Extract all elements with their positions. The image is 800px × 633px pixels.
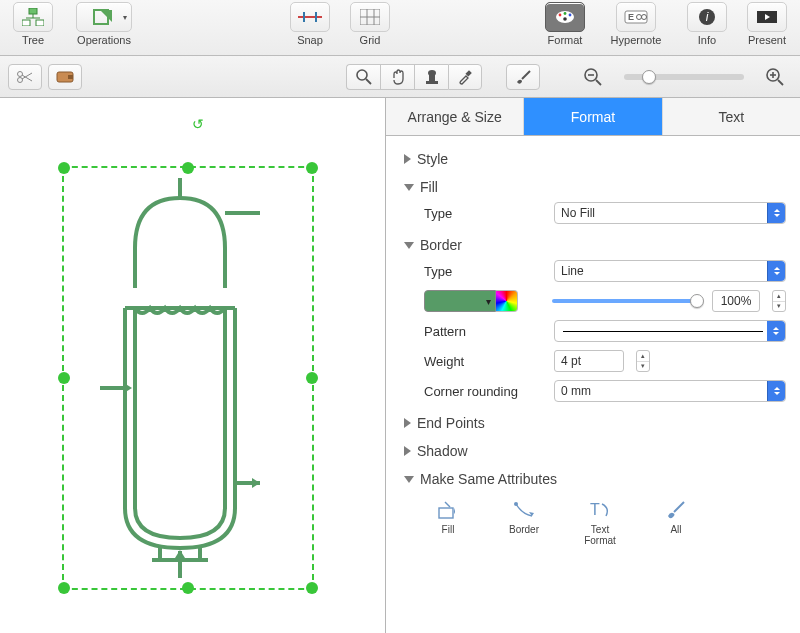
svg-rect-4 xyxy=(36,20,44,26)
format-toolbar-label: Format xyxy=(548,34,583,46)
svg-line-62 xyxy=(674,502,684,512)
triangle-right-icon xyxy=(404,446,411,456)
svg-line-45 xyxy=(778,80,783,85)
section-endpoints[interactable]: End Points xyxy=(404,412,786,434)
svg-marker-55 xyxy=(252,478,260,488)
present-label: Present xyxy=(748,34,786,46)
hand-tool[interactable] xyxy=(380,64,414,90)
border-color-picker[interactable]: ▾ xyxy=(424,290,518,312)
operations-label: Operations xyxy=(77,34,131,46)
brush-icon xyxy=(662,498,690,522)
tab-format[interactable]: Format xyxy=(524,98,662,135)
pen-icon xyxy=(510,498,538,522)
pattern-dropdown[interactable] xyxy=(554,320,786,342)
tab-arrange-size[interactable]: Arrange & Size xyxy=(386,98,524,135)
svg-line-41 xyxy=(596,80,601,85)
opacity-stepper[interactable]: ▴▾ xyxy=(772,290,786,312)
border-type-dropdown[interactable]: Line xyxy=(554,260,786,282)
snap-button[interactable]: Snap xyxy=(285,2,335,46)
section-shadow[interactable]: Shadow xyxy=(404,440,786,462)
svg-marker-57 xyxy=(175,550,185,558)
present-button[interactable]: Present xyxy=(742,2,792,46)
svg-point-17 xyxy=(563,17,567,21)
border-opacity-value[interactable]: 100% xyxy=(712,290,760,312)
section-make-same[interactable]: Make Same Attributes xyxy=(404,468,786,490)
svg-point-15 xyxy=(564,12,567,15)
canvas-tools xyxy=(346,64,482,90)
corner-dropdown[interactable]: 0 mm xyxy=(554,380,786,402)
border-opacity-slider[interactable] xyxy=(552,299,702,303)
weight-stepper[interactable]: ▴▾ xyxy=(636,350,650,372)
snap-label: Snap xyxy=(297,34,323,46)
pattern-label: Pattern xyxy=(424,324,544,339)
make-same-all[interactable]: All xyxy=(652,498,700,546)
selection-handle[interactable] xyxy=(182,582,194,594)
inspector-panel: Arrange & Size Format Text Style Fill Ty… xyxy=(386,98,800,633)
scissors-button[interactable] xyxy=(8,64,42,90)
canvas[interactable]: ↺ xyxy=(0,98,386,633)
eyedropper-tool[interactable] xyxy=(448,64,482,90)
grid-button[interactable]: Grid xyxy=(345,2,395,46)
make-same-fill[interactable]: Fill xyxy=(424,498,472,546)
svg-point-16 xyxy=(569,14,572,17)
fill-type-dropdown[interactable]: No Fill xyxy=(554,202,786,224)
selection-handle[interactable] xyxy=(306,582,318,594)
svg-marker-53 xyxy=(124,383,132,393)
weight-input[interactable]: 4 pt xyxy=(554,350,624,372)
svg-rect-0 xyxy=(29,8,37,14)
tab-text[interactable]: Text xyxy=(663,98,800,135)
svg-point-26 xyxy=(18,71,23,76)
make-same-border[interactable]: Border xyxy=(500,498,548,546)
tree-button[interactable]: Tree xyxy=(8,2,58,46)
wallet-button[interactable] xyxy=(48,64,82,90)
magnify-tool[interactable] xyxy=(346,64,380,90)
triangle-right-icon xyxy=(404,418,411,428)
section-fill[interactable]: Fill xyxy=(404,176,786,198)
svg-rect-34 xyxy=(426,81,438,84)
fill-bucket-icon xyxy=(434,498,462,522)
zoom-out-button[interactable] xyxy=(576,64,610,90)
tree-label: Tree xyxy=(22,34,44,46)
main-toolbar: Tree ▾ Operations Snap Grid Format E Hyp… xyxy=(0,0,800,56)
make-same-text-format[interactable]: T Text Format xyxy=(576,498,624,546)
corner-label: Corner rounding xyxy=(424,384,544,399)
rotate-handle-icon[interactable]: ↺ xyxy=(192,116,204,132)
zoom-slider[interactable] xyxy=(624,74,744,80)
hypernote-button[interactable]: E Hypernote xyxy=(600,2,672,46)
hypernote-label: Hypernote xyxy=(611,34,662,46)
svg-rect-58 xyxy=(439,508,453,518)
triangle-down-icon xyxy=(404,476,414,483)
selection-handle[interactable] xyxy=(182,162,194,174)
selection-handle[interactable] xyxy=(58,582,70,594)
info-button[interactable]: i Info xyxy=(682,2,732,46)
grid-label: Grid xyxy=(360,34,381,46)
selection-handle[interactable] xyxy=(58,372,70,384)
svg-text:T: T xyxy=(590,501,600,518)
color-wheel-icon[interactable] xyxy=(496,290,518,312)
brush-tool[interactable] xyxy=(506,64,540,90)
section-style[interactable]: Style xyxy=(404,148,786,170)
svg-point-36 xyxy=(428,70,436,76)
svg-text:E: E xyxy=(628,12,634,22)
section-border[interactable]: Border xyxy=(404,234,786,256)
vessel-shape[interactable] xyxy=(100,178,260,578)
svg-text:i: i xyxy=(706,10,709,24)
selection-handle[interactable] xyxy=(58,162,70,174)
svg-point-14 xyxy=(559,14,562,17)
triangle-right-icon xyxy=(404,154,411,164)
triangle-down-icon xyxy=(404,184,414,191)
weight-label: Weight xyxy=(424,354,544,369)
format-toolbar-button[interactable]: Format xyxy=(540,2,590,46)
info-label: Info xyxy=(698,34,716,46)
zoom-in-button[interactable] xyxy=(758,64,792,90)
selection-handle[interactable] xyxy=(306,162,318,174)
stamp-tool[interactable] xyxy=(414,64,448,90)
svg-rect-31 xyxy=(68,75,73,79)
svg-rect-3 xyxy=(22,20,30,26)
svg-point-27 xyxy=(18,77,23,82)
operations-button[interactable]: ▾ Operations xyxy=(68,2,140,46)
tool-row xyxy=(0,56,800,98)
text-format-icon: T xyxy=(586,498,614,522)
svg-point-59 xyxy=(514,502,518,506)
selection-handle[interactable] xyxy=(306,372,318,384)
